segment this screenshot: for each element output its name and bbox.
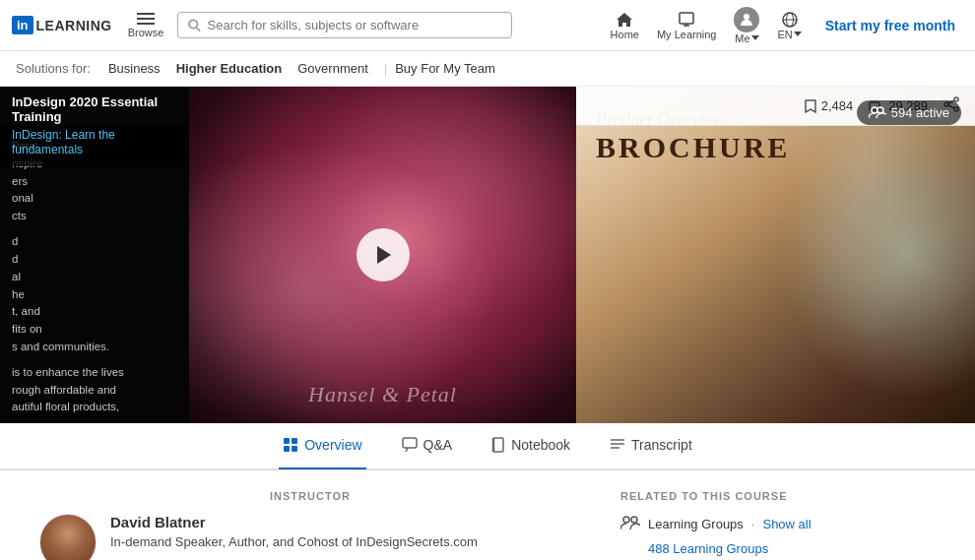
learning-groups-show-all[interactable]: Show all [762,517,811,531]
search-input[interactable] [208,18,502,32]
tabs-bar: Overview Q&A Notebook Transcript [0,423,975,470]
tab-qa[interactable]: Q&A [398,422,457,469]
breadcrumb-title: InDesign 2020 Essential Training [12,94,177,124]
svg-point-11 [954,97,958,101]
tab-transcript[interactable]: Transcript [606,422,696,469]
solutions-label: Solutions for: [16,61,91,76]
svg-line-4 [197,27,201,31]
instructor-description: In-demand Speaker, Author, and Cohost of… [110,533,478,551]
svg-rect-19 [284,438,290,444]
home-label: Home [611,29,639,40]
home-icon [615,11,634,29]
logo-learning-text: LEARNING [36,18,112,33]
home-nav-item[interactable]: Home [603,7,647,44]
linkedin-box: in [12,16,33,34]
tab-notebook-label: Notebook [511,437,570,453]
svg-rect-22 [292,446,297,452]
learning-groups-count: 488 Learning Groups [648,541,768,556]
top-nav: in LEARNING Browse Home My Learning Me [0,0,975,51]
breadcrumb-overlay: InDesign 2020 Essential Training InDesig… [0,87,189,166]
person-icon [739,12,754,28]
start-free-button[interactable]: Start my free month [817,14,963,37]
svg-point-6 [744,14,749,20]
me-label: Me [735,32,758,44]
overview-icon [283,437,298,453]
svg-rect-0 [137,13,155,15]
hero-overlay-text: Petal nspire ers onal cts d d al he t, a… [0,126,189,423]
bookmark-icon [804,98,817,114]
instructor-avatar [39,514,97,560]
buy-for-team-link[interactable]: Buy For My Team [395,61,495,76]
my-learning-nav-item[interactable]: My Learning [649,7,725,44]
me-nav-item[interactable]: Me [726,3,767,48]
active-badge: 594 active [857,100,961,125]
my-learning-icon [677,11,696,29]
svg-marker-16 [377,246,391,264]
tab-qa-label: Q&A [423,437,453,453]
related-learning-groups: Learning Groups · Show all [620,516,936,531]
svg-point-29 [623,517,629,523]
learning-groups-icon [620,516,640,531]
svg-rect-5 [680,13,693,24]
svg-rect-21 [284,446,290,452]
nav-icons: Home My Learning Me EN [603,3,810,48]
svg-rect-23 [403,438,417,448]
svg-rect-1 [137,18,155,20]
globe-icon [780,11,800,29]
language-nav-item[interactable]: EN [769,7,809,44]
tab-overview-label: Overview [304,437,361,453]
qa-icon [402,437,418,453]
browse-icon [137,13,155,27]
tab-overview[interactable]: Overview [279,422,365,469]
play-icon [373,244,393,266]
instructor-section: INSTRUCTOR David Blatner In-demand Speak… [39,490,581,560]
brochure-area: Product Overview BROCHURE 594 active [576,87,975,423]
learning-groups-label: Learning Groups [648,517,744,531]
browse-button[interactable]: Browse [122,9,170,42]
group-icon [869,106,886,120]
business-link[interactable]: Business [108,61,161,76]
content-area: INSTRUCTOR David Blatner In-demand Speak… [0,470,975,560]
learning-groups-count-row: 488 Learning Groups [648,541,936,556]
active-count-text: 594 active [891,105,949,120]
divider: | [384,61,387,76]
hero-section: InDesign 2020 Essential Training InDesig… [0,87,975,423]
transcript-icon [610,438,625,452]
lang-label: EN [777,29,801,40]
svg-rect-2 [137,23,155,25]
video-area[interactable]: Hansel & Petal [189,87,576,423]
chevron-down-icon [751,35,759,40]
browse-label: Browse [128,27,164,38]
instructor-label: INSTRUCTOR [39,490,581,502]
instructor-name: David Blatner [110,514,478,530]
saves-stat: 2,484 [804,98,854,114]
search-icon [188,19,201,32]
instructor-row: David Blatner In-demand Speaker, Author,… [39,514,581,560]
higher-education-link[interactable]: Higher Education [176,61,283,76]
svg-point-3 [189,20,197,28]
svg-rect-20 [292,438,297,444]
svg-point-17 [872,107,878,113]
search-bar[interactable] [177,12,512,38]
brochure-title2: BROCHURE [596,131,790,164]
notebook-icon [491,437,505,453]
lang-chevron-icon [794,31,802,36]
my-learning-label: My Learning [657,29,717,40]
secondary-nav: Solutions for: Business Higher Education… [0,51,975,87]
related-section: RELATED TO THIS COURSE Learning Groups ·… [620,490,936,560]
play-button[interactable] [357,228,410,281]
related-label: RELATED TO THIS COURSE [620,490,936,502]
svg-point-18 [878,107,883,113]
tab-notebook[interactable]: Notebook [488,422,574,469]
instructor-info: David Blatner In-demand Speaker, Author,… [110,514,478,560]
government-link[interactable]: Government [297,61,368,76]
saves-count: 2,484 [821,98,854,113]
breadcrumb-subtitle[interactable]: InDesign: Learn the fundamentals [12,128,115,156]
logo-area: in LEARNING [12,16,112,34]
svg-point-30 [631,517,637,523]
tab-transcript-label: Transcript [631,437,692,453]
svg-rect-24 [493,438,503,452]
avatar [734,7,759,32]
